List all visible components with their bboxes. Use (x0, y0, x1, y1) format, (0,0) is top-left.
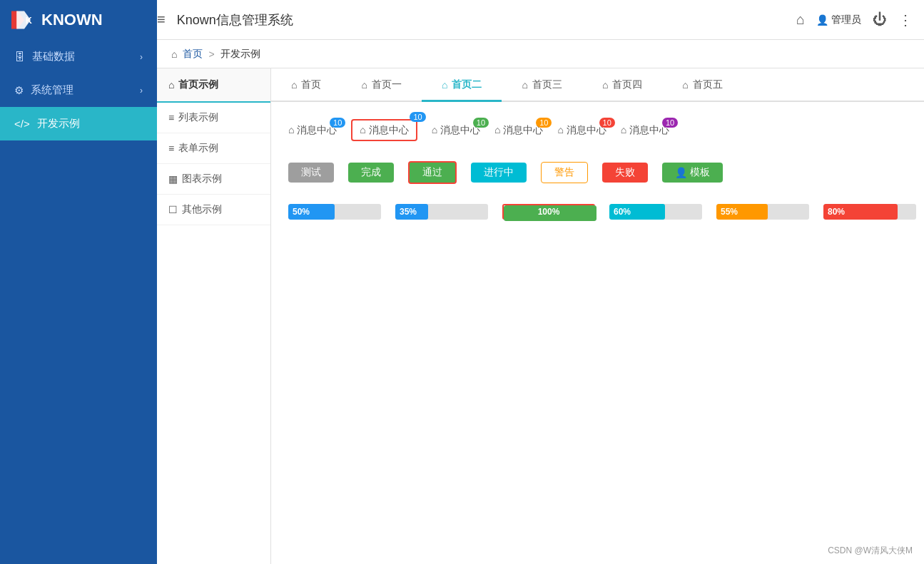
breadcrumb-home-link[interactable]: 首页 (183, 48, 203, 61)
home-icon: ⌂ (522, 79, 527, 91)
home-icon: ⌂ (602, 79, 608, 91)
arrow-icon: › (140, 86, 143, 96)
main: ⌂ 首页 > 开发示例 ⌂ 首页示例 ≡ 列表示例 ≡ 表单示例 (157, 40, 924, 564)
pass-button[interactable]: 通过 (408, 161, 457, 184)
sidebar-label: 基础数据 (32, 50, 75, 63)
svg-text:K: K (26, 16, 32, 26)
breadcrumb-current: 开发示例 (220, 48, 260, 61)
progress-bar-row: 50% 35% (288, 204, 907, 220)
sidebar-item-system-manage[interactable]: ⚙ 系统管理 › (0, 73, 157, 107)
sidebar-item-chart[interactable]: ▦ 图表示例 (157, 164, 270, 195)
msg-label: ⌂ 消息中心 (557, 124, 606, 135)
msg-label: ⌂ 消息中心 (432, 124, 480, 135)
msg-badge-2-highlighted[interactable]: ⌂ 消息中心 10 (351, 119, 417, 141)
badge: 10 (536, 118, 552, 128)
list-icon: ≡ (168, 112, 174, 123)
gear-icon: ⚙ (14, 84, 24, 97)
breadcrumb: ⌂ 首页 > 开发示例 (157, 40, 924, 68)
sidebar-label: 开发示例 (37, 117, 80, 130)
tab-home[interactable]: ⌂ 首页 (271, 70, 341, 102)
power-button[interactable]: ⏻ (873, 11, 887, 28)
sidebar-item-basic-data[interactable]: 🗄 基础数据 › (0, 40, 157, 73)
form-icon: ≡ (168, 143, 174, 154)
msg-badge-6[interactable]: ⌂ 消息中心 10 (621, 123, 669, 137)
sidebar-item-other[interactable]: ☐ 其他示例 (157, 195, 270, 225)
demo-area: ⌂ 消息中心 10 ⌂ 消息中心 10 ⌂ 消息中心 10 (271, 102, 924, 564)
fail-button[interactable]: 失败 (602, 163, 648, 183)
user-menu[interactable]: 👤 管理员 (816, 14, 861, 26)
content-sidebar: ⌂ 首页示例 ≡ 列表示例 ≡ 表单示例 ▦ 图表示例 ☐ 其他示例 (157, 68, 271, 564)
progress-4: 60% (609, 204, 702, 220)
sidebar-label: 系统管理 (31, 83, 73, 97)
progress-text: 80% (823, 204, 916, 220)
menu-toggle[interactable]: ≡ (157, 11, 166, 28)
badge: 10 (410, 112, 425, 122)
test-button[interactable]: 测试 (288, 163, 334, 183)
more-button[interactable]: ⋮ (898, 11, 913, 29)
sidebar-item-form[interactable]: ≡ 表单示例 (157, 133, 270, 164)
tab-home1[interactable]: ⌂ 首页一 (341, 70, 421, 102)
msg-label: ⌂ 消息中心 (494, 124, 543, 135)
msg-label: ⌂ 消息中心 (288, 124, 337, 135)
badge: 10 (599, 118, 615, 128)
logo-text: K KNOWN (11, 10, 103, 30)
layout: 🗄 基础数据 › ⚙ 系统管理 › </> 开发示例 ⌂ 首页 > 开发示例 (0, 40, 924, 564)
tab-home3[interactable]: ⌂ 首页三 (502, 70, 582, 102)
badge: 10 (662, 118, 678, 128)
tab-home4[interactable]: ⌂ 首页四 (582, 70, 662, 102)
badge: 10 (330, 118, 345, 128)
msg-badge-4[interactable]: ⌂ 消息中心 10 (494, 123, 543, 137)
tab-label: 首页五 (693, 78, 723, 91)
msg-badge-3[interactable]: ⌂ 消息中心 10 (432, 123, 480, 137)
progress-text: 100% (504, 205, 594, 218)
msg-badge-5[interactable]: ⌂ 消息中心 10 (557, 123, 606, 137)
item-label: 列表示例 (178, 111, 218, 124)
home-button[interactable]: ⌂ (796, 11, 805, 28)
content: ⌂ 首页示例 ≡ 列表示例 ≡ 表单示例 ▦ 图表示例 ☐ 其他示例 (157, 68, 924, 564)
progress-text: 50% (288, 204, 381, 220)
footer-watermark: CSDN @W清风大侠M (828, 545, 913, 557)
sidebar: 🗄 基础数据 › ⚙ 系统管理 › </> 开发示例 (0, 40, 157, 564)
arrow-icon: › (140, 52, 143, 62)
home-icon: ⌂ (682, 79, 688, 91)
tab-label: 首页三 (532, 78, 562, 91)
home-icon: ⌂ (168, 79, 174, 91)
item-label: 表单示例 (178, 142, 218, 155)
database-icon: 🗄 (14, 51, 25, 63)
logo: K KNOWN (0, 0, 157, 40)
item-label: 图表示例 (182, 173, 222, 185)
breadcrumb-separator: > (208, 48, 214, 60)
breadcrumb-home-icon: ⌂ (171, 48, 177, 60)
msg-label: ⌂ 消息中心 (621, 124, 669, 135)
inprogress-button[interactable]: 进行中 (471, 163, 527, 183)
progress-5: 55% (716, 204, 809, 220)
tab-home2[interactable]: ⌂ 首页二 (422, 70, 502, 102)
tab-content: ⌂ 首页 ⌂ 首页一 ⌂ 首页二 ⌂ 首页三 (271, 68, 924, 564)
home-icon: ⌂ (442, 79, 447, 91)
tab-label: 首页 (301, 78, 321, 91)
header: K KNOWN ≡ Known信息管理系统 ⌂ 👤 管理员 ⏻ ⋮ (0, 0, 924, 40)
progress-text: 60% (609, 204, 702, 220)
progress-6: 80% (823, 204, 916, 220)
header-actions: ⌂ 👤 管理员 ⏻ ⋮ (796, 11, 913, 29)
template-button[interactable]: 👤 模板 (662, 163, 723, 183)
tabs: ⌂ 首页 ⌂ 首页一 ⌂ 首页二 ⌂ 首页三 (271, 68, 924, 102)
progress-3-highlighted: 100% (502, 204, 595, 220)
item-label: 其他示例 (182, 203, 222, 216)
file-icon: ☐ (168, 204, 178, 215)
progress-text: 35% (395, 204, 488, 220)
done-button[interactable]: 完成 (348, 163, 394, 183)
code-icon: </> (14, 118, 30, 130)
sidebar-item-dev-example[interactable]: </> 开发示例 (0, 107, 157, 140)
warning-button[interactable]: 警告 (541, 162, 588, 183)
tab-home5[interactable]: ⌂ 首页五 (662, 70, 742, 102)
tab-label: 首页一 (372, 78, 402, 91)
user-icon: 👤 (816, 14, 828, 26)
badge: 10 (473, 118, 489, 128)
sidebar-item-list[interactable]: ≡ 列表示例 (157, 103, 270, 133)
chart-icon: ▦ (168, 173, 178, 185)
status-button-row: 测试 完成 通过 进行中 警告 失败 👤 模板 (288, 161, 907, 184)
msg-badge-1[interactable]: ⌂ 消息中心 10 (288, 123, 337, 137)
header-title: Known信息管理系统 (177, 11, 796, 29)
user-icon: 👤 (675, 167, 687, 178)
